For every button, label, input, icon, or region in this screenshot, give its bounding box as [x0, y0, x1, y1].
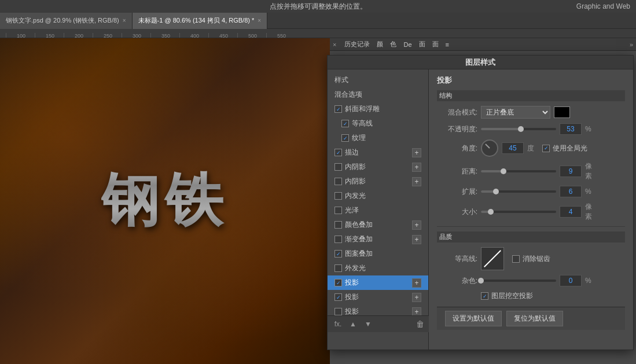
contour-checkbox[interactable]: [341, 120, 349, 127]
global-light-label: 使用全局光: [553, 144, 587, 153]
panel-tab-menu[interactable]: ≡: [442, 41, 453, 48]
stroke-checkbox[interactable]: [334, 149, 342, 156]
set-default-button[interactable]: 设置为默认值: [445, 311, 502, 326]
color-overlay-plus[interactable]: +: [412, 220, 421, 230]
down-icon[interactable]: ▼: [362, 318, 374, 330]
style-item-stroke[interactable]: 描边 +: [328, 145, 428, 160]
style-item-inner-glow[interactable]: 内发光: [328, 189, 428, 203]
angle-row: 角度: 度 使用全局光: [437, 139, 625, 157]
gradient-overlay-plus[interactable]: +: [412, 235, 421, 244]
ruler-mark: 400: [179, 33, 208, 38]
contour-preview[interactable]: [481, 247, 504, 270]
tab-1[interactable]: 钢铁文字.psd @ 20.9% (钢铁侠, RGB/8) ×: [0, 13, 133, 29]
style-item-inner-shadow2[interactable]: 内阴影 +: [328, 174, 428, 189]
ruler-mark: 250: [93, 33, 122, 38]
stroke-plus[interactable]: +: [412, 148, 421, 157]
drop-shadow3-checkbox[interactable]: [334, 308, 342, 315]
drop-shadow2-checkbox[interactable]: [334, 293, 342, 301]
top-bar: 点按并拖移可调整效果的位置。 Graphic and Web: [0, 0, 636, 13]
angle-input[interactable]: [502, 142, 524, 154]
canvas-area[interactable]: 钢铁: [0, 38, 330, 364]
size-row: 大小: 像素: [437, 202, 625, 222]
blend-mode-select[interactable]: 正片叠底: [481, 106, 550, 119]
tab-1-close[interactable]: ×: [123, 17, 126, 24]
style-item-gradient-overlay[interactable]: 渐变叠加 +: [328, 232, 428, 247]
style-item-texture[interactable]: 纹理: [328, 131, 428, 145]
style-label: 颜色叠加: [345, 220, 373, 230]
inner-shadow1-plus[interactable]: +: [412, 163, 421, 172]
inner-shadow2-plus[interactable]: +: [412, 177, 421, 186]
distance-input[interactable]: [560, 166, 582, 177]
distance-thumb[interactable]: [501, 168, 506, 174]
size-input[interactable]: [560, 206, 582, 218]
pattern-overlay-checkbox[interactable]: [334, 250, 342, 258]
layer-knockout-checkbox[interactable]: [481, 292, 488, 300]
size-slider[interactable]: [481, 211, 556, 213]
spread-slider[interactable]: [481, 190, 556, 193]
panel-strip-expand[interactable]: »: [630, 41, 633, 48]
spread-thumb[interactable]: [493, 189, 499, 194]
inner-shadow1-checkbox[interactable]: [334, 163, 342, 171]
panel-tab-color1[interactable]: 颜: [373, 40, 387, 49]
panel-tab-de[interactable]: De: [400, 41, 415, 48]
anti-alias-checkbox[interactable]: [512, 255, 520, 263]
ruler-mark: 500: [237, 33, 266, 38]
spread-input[interactable]: [560, 186, 582, 197]
panel-strip-close[interactable]: ×: [333, 41, 336, 48]
inner-glow-checkbox[interactable]: [334, 192, 342, 200]
distance-slider[interactable]: [481, 170, 556, 172]
style-item-yangshi[interactable]: 样式: [328, 73, 428, 87]
style-item-contour[interactable]: 等高线: [328, 116, 428, 131]
tab-2-close[interactable]: ×: [258, 17, 261, 24]
panel-tab-history[interactable]: 历史记录: [341, 40, 373, 49]
style-item-drop-shadow1[interactable]: 投影 +: [328, 275, 428, 290]
up-icon[interactable]: ▲: [347, 318, 359, 330]
opacity-input[interactable]: [560, 123, 582, 135]
top-bar-text: 点按并拖移可调整效果的位置。: [270, 2, 367, 12]
style-item-blend[interactable]: 混合选项: [328, 87, 428, 102]
noise-slider[interactable]: [481, 280, 556, 282]
opacity-slider[interactable]: [481, 128, 556, 130]
ruler-mark: 100: [6, 33, 35, 38]
style-item-bevel[interactable]: 斜面和浮雕: [328, 102, 428, 116]
style-item-outer-glow[interactable]: 外发光: [328, 261, 428, 275]
tab-2[interactable]: 未标题-1 @ 80.6% (134 拷贝 4, RGB/8) * ×: [133, 13, 268, 29]
dialog-title-bar: 图层样式: [328, 56, 633, 69]
ruler: 100 150 200 250 300 350 400 450 500 550: [0, 29, 636, 38]
outer-glow-checkbox[interactable]: [334, 264, 342, 272]
reset-default-button[interactable]: 复位为默认值: [506, 311, 563, 326]
style-label: 等高线: [352, 119, 373, 128]
drop-shadow1-plus[interactable]: +: [412, 278, 421, 288]
panel-tab-face2[interactable]: 面: [429, 40, 442, 49]
blend-mode-row: 混合模式: 正片叠底: [437, 106, 625, 119]
noise-input[interactable]: [560, 275, 582, 286]
color-overlay-checkbox[interactable]: [334, 221, 342, 229]
angle-dial[interactable]: [481, 139, 498, 157]
style-item-satin[interactable]: 光泽: [328, 203, 428, 218]
style-item-color-overlay[interactable]: 颜色叠加 +: [328, 218, 428, 232]
style-item-pattern-overlay[interactable]: 图案叠加: [328, 247, 428, 261]
panel-tab-face1[interactable]: 面: [416, 40, 429, 49]
global-light-checkbox[interactable]: [542, 145, 550, 152]
opacity-thumb[interactable]: [518, 126, 524, 132]
drop-shadow1-checkbox[interactable]: [334, 279, 342, 286]
contour-label: 等高线:: [437, 254, 477, 264]
contour-svg: [481, 248, 503, 270]
style-item-inner-shadow1[interactable]: 内阴影 +: [328, 160, 428, 174]
style-item-drop-shadow2[interactable]: 投影 +: [328, 290, 428, 304]
opacity-fill: [481, 128, 521, 130]
trash-icon[interactable]: 🗑: [416, 319, 424, 329]
drop-shadow2-plus[interactable]: +: [412, 293, 421, 302]
bevel-checkbox[interactable]: [334, 105, 342, 113]
panel-tab-color2[interactable]: 色: [387, 40, 400, 49]
satin-checkbox[interactable]: [334, 207, 342, 214]
inner-shadow2-checkbox[interactable]: [334, 178, 342, 185]
size-label: 大小:: [437, 207, 477, 217]
size-thumb[interactable]: [488, 209, 494, 215]
noise-thumb[interactable]: [478, 278, 484, 284]
blend-color-swatch[interactable]: [554, 106, 570, 118]
texture-checkbox[interactable]: [341, 134, 349, 142]
dialog-title: 图层样式: [465, 57, 495, 68]
anti-alias-row: 消除锯齿: [512, 254, 550, 264]
gradient-overlay-checkbox[interactable]: [334, 236, 342, 243]
